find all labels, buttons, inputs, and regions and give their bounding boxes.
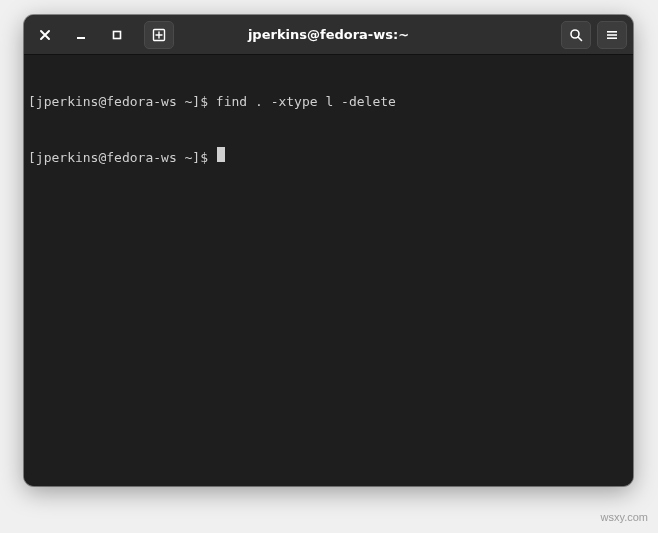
minimize-button[interactable] xyxy=(66,21,96,49)
maximize-button[interactable] xyxy=(102,21,132,49)
svg-rect-4 xyxy=(607,31,617,33)
new-tab-button[interactable] xyxy=(144,21,174,49)
hamburger-menu-icon xyxy=(605,28,619,42)
terminal-line: [jperkins@fedora-ws ~]$ xyxy=(28,147,629,167)
new-tab-icon xyxy=(152,28,166,42)
svg-rect-5 xyxy=(607,34,617,36)
terminal-line: [jperkins@fedora-ws ~]$ find . -xtype l … xyxy=(28,93,629,111)
maximize-icon xyxy=(111,29,123,41)
prompt: [jperkins@fedora-ws ~]$ xyxy=(28,93,216,111)
cursor xyxy=(217,147,225,162)
svg-rect-6 xyxy=(607,37,617,39)
svg-rect-1 xyxy=(114,31,121,38)
menu-button[interactable] xyxy=(597,21,627,49)
terminal-body[interactable]: [jperkins@fedora-ws ~]$ find . -xtype l … xyxy=(24,55,633,486)
search-button[interactable] xyxy=(561,21,591,49)
close-icon xyxy=(39,29,51,41)
svg-rect-0 xyxy=(77,37,85,39)
close-button[interactable] xyxy=(30,21,60,49)
command-text: find . -xtype l -delete xyxy=(216,93,396,111)
minimize-icon xyxy=(75,29,87,41)
titlebar: jperkins@fedora-ws:~ xyxy=(24,15,633,55)
watermark: wsxy.com xyxy=(601,511,648,523)
search-icon xyxy=(569,28,583,42)
terminal-window: jperkins@fedora-ws:~ [jperkins@fedora-ws… xyxy=(24,15,633,486)
prompt: [jperkins@fedora-ws ~]$ xyxy=(28,149,216,167)
